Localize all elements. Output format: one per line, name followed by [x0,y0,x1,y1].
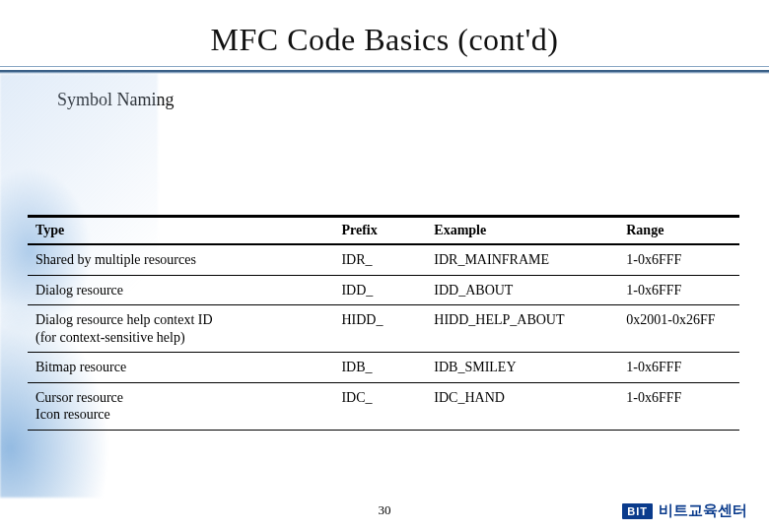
section-heading: Symbol Naming [57,90,769,110]
cell-type: Cursor resourceIcon resource [28,382,333,430]
cell-prefix: IDB_ [333,353,426,383]
table-row: Dialog resource help context ID(for cont… [28,305,739,353]
footer-brand: BIT 비트교육센터 [622,501,747,520]
table-row: Dialog resource IDD_ IDD_ABOUT 1-0x6FFF [28,275,739,305]
cell-prefix: IDC_ [333,382,426,430]
col-header-range: Range [618,217,739,245]
col-header-example: Example [426,217,618,245]
symbol-naming-table: Type Prefix Example Range Shared by mult… [28,215,739,431]
cell-prefix: IDR_ [333,244,426,275]
col-header-type: Type [28,217,333,245]
cell-range: 1-0x6FFF [618,382,739,430]
cell-example: IDR_MAINFRAME [426,244,618,275]
cell-type: Dialog resource [28,275,333,305]
cell-type: Bitmap resource [28,353,333,383]
title-underline [0,66,769,72]
cell-type: Shared by multiple resources [28,244,333,275]
col-header-prefix: Prefix [333,217,426,245]
table-header-row: Type Prefix Example Range [28,217,739,245]
symbol-naming-table-wrap: Type Prefix Example Range Shared by mult… [28,215,739,431]
page-title: MFC Code Basics (cont'd) [0,22,769,58]
cell-example: IDD_ABOUT [426,275,618,305]
cell-prefix: HIDD_ [333,305,426,353]
cell-example: IDB_SMILEY [426,353,618,383]
cell-type: Dialog resource help context ID(for cont… [28,305,333,353]
table-row: Shared by multiple resources IDR_ IDR_MA… [28,244,739,275]
brand-badge: BIT [622,503,653,519]
title-area: MFC Code Basics (cont'd) [0,0,769,58]
cell-range: 1-0x6FFF [618,275,739,305]
brand-text: 비트교육센터 [659,501,747,520]
cell-example: IDC_HAND [426,382,618,430]
cell-range: 0x2001-0x26FF [618,305,739,353]
cell-prefix: IDD_ [333,275,426,305]
page-number: 30 [379,502,391,518]
table-row: Cursor resourceIcon resource IDC_ IDC_HA… [28,382,739,430]
cell-example: HIDD_HELP_ABOUT [426,305,618,353]
table-row: Bitmap resource IDB_ IDB_SMILEY 1-0x6FFF [28,353,739,383]
cell-range: 1-0x6FFF [618,244,739,275]
cell-range: 1-0x6FFF [618,353,739,383]
